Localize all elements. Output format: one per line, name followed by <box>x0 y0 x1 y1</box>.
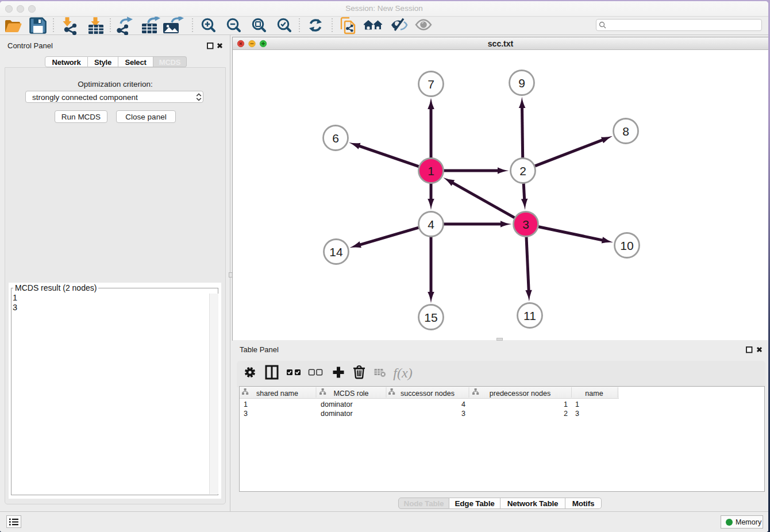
svg-text:6: 6 <box>332 132 339 145</box>
svg-text:3: 3 <box>522 218 529 231</box>
svg-text:8: 8 <box>622 125 629 138</box>
svg-text:15: 15 <box>424 311 437 324</box>
svg-text:f(x): f(x) <box>393 365 412 380</box>
svg-text:7: 7 <box>428 78 434 91</box>
svg-text:14: 14 <box>329 245 343 259</box>
svg-text:10: 10 <box>620 239 633 252</box>
svg-text:9: 9 <box>518 76 525 90</box>
svg-text:4: 4 <box>428 218 434 231</box>
svg-text:2: 2 <box>519 164 526 178</box>
svg-text:11: 11 <box>523 309 536 322</box>
svg-text:1: 1 <box>428 164 434 178</box>
